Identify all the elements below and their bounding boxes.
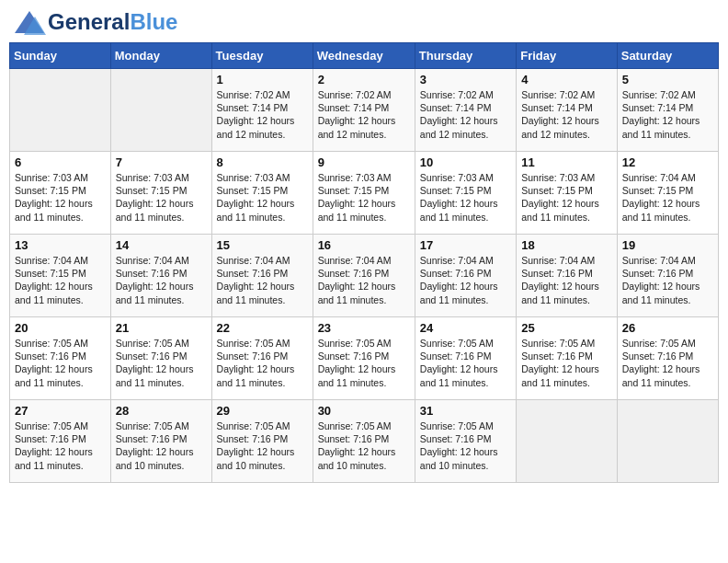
day-number: 22 xyxy=(217,321,308,335)
page-header: GeneralBlue xyxy=(9,9,719,35)
calendar-cell: 4Sunrise: 7:02 AM Sunset: 7:14 PM Daylig… xyxy=(517,69,618,152)
calendar-week-4: 20Sunrise: 7:05 AM Sunset: 7:16 PM Dayli… xyxy=(10,317,719,400)
day-number: 15 xyxy=(217,238,308,252)
calendar-cell xyxy=(10,69,111,152)
day-number: 24 xyxy=(420,321,511,335)
calendar-cell: 15Sunrise: 7:04 AM Sunset: 7:16 PM Dayli… xyxy=(211,235,313,317)
day-info: Sunrise: 7:05 AM Sunset: 7:16 PM Dayligh… xyxy=(116,419,207,472)
calendar-cell: 11Sunrise: 7:03 AM Sunset: 7:15 PM Dayli… xyxy=(517,152,618,235)
day-info: Sunrise: 7:05 AM Sunset: 7:16 PM Dayligh… xyxy=(15,419,106,472)
calendar-cell: 14Sunrise: 7:04 AM Sunset: 7:16 PM Dayli… xyxy=(110,235,211,317)
day-number: 23 xyxy=(318,321,410,335)
day-info: Sunrise: 7:04 AM Sunset: 7:15 PM Dayligh… xyxy=(15,254,106,306)
weekday-header-thursday: Thursday xyxy=(415,43,516,69)
day-info: Sunrise: 7:05 AM Sunset: 7:16 PM Dayligh… xyxy=(318,337,410,389)
logo: GeneralBlue xyxy=(13,9,177,35)
day-info: Sunrise: 7:03 AM Sunset: 7:15 PM Dayligh… xyxy=(521,171,612,224)
calendar-cell: 16Sunrise: 7:04 AM Sunset: 7:16 PM Dayli… xyxy=(313,235,415,317)
day-number: 31 xyxy=(420,404,511,418)
calendar-cell xyxy=(517,400,618,483)
calendar-cell: 31Sunrise: 7:05 AM Sunset: 7:16 PM Dayli… xyxy=(415,400,516,483)
calendar-cell: 2Sunrise: 7:02 AM Sunset: 7:14 PM Daylig… xyxy=(313,69,415,152)
day-number: 16 xyxy=(318,238,410,252)
day-number: 1 xyxy=(217,73,308,86)
day-info: Sunrise: 7:03 AM Sunset: 7:15 PM Dayligh… xyxy=(15,171,106,224)
day-number: 29 xyxy=(217,404,308,418)
calendar-week-3: 13Sunrise: 7:04 AM Sunset: 7:15 PM Dayli… xyxy=(10,235,719,317)
day-number: 18 xyxy=(521,238,612,252)
day-info: Sunrise: 7:05 AM Sunset: 7:16 PM Dayligh… xyxy=(318,419,410,472)
logo-text: GeneralBlue xyxy=(48,9,177,35)
calendar-cell xyxy=(110,69,211,152)
calendar-cell: 8Sunrise: 7:03 AM Sunset: 7:15 PM Daylig… xyxy=(211,152,313,235)
day-info: Sunrise: 7:04 AM Sunset: 7:16 PM Dayligh… xyxy=(116,254,207,306)
calendar-cell: 10Sunrise: 7:03 AM Sunset: 7:15 PM Dayli… xyxy=(415,152,516,235)
calendar-cell: 12Sunrise: 7:04 AM Sunset: 7:15 PM Dayli… xyxy=(617,152,718,235)
day-info: Sunrise: 7:04 AM Sunset: 7:15 PM Dayligh… xyxy=(622,171,713,224)
day-number: 8 xyxy=(217,155,308,169)
day-info: Sunrise: 7:04 AM Sunset: 7:16 PM Dayligh… xyxy=(622,254,713,306)
day-info: Sunrise: 7:03 AM Sunset: 7:15 PM Dayligh… xyxy=(318,171,410,224)
calendar-cell: 27Sunrise: 7:05 AM Sunset: 7:16 PM Dayli… xyxy=(10,400,111,483)
calendar-cell: 19Sunrise: 7:04 AM Sunset: 7:16 PM Dayli… xyxy=(617,235,718,317)
calendar-cell xyxy=(617,400,718,483)
calendar-cell: 21Sunrise: 7:05 AM Sunset: 7:16 PM Dayli… xyxy=(110,317,211,400)
weekday-header-wednesday: Wednesday xyxy=(313,43,415,69)
day-number: 5 xyxy=(622,73,713,86)
calendar-week-2: 6Sunrise: 7:03 AM Sunset: 7:15 PM Daylig… xyxy=(10,152,719,235)
day-number: 11 xyxy=(521,155,612,169)
calendar-cell: 20Sunrise: 7:05 AM Sunset: 7:16 PM Dayli… xyxy=(10,317,111,400)
logo-icon xyxy=(13,9,46,35)
day-number: 6 xyxy=(15,155,106,169)
calendar-cell: 24Sunrise: 7:05 AM Sunset: 7:16 PM Dayli… xyxy=(415,317,516,400)
day-number: 19 xyxy=(622,238,713,252)
day-info: Sunrise: 7:05 AM Sunset: 7:16 PM Dayligh… xyxy=(420,337,511,389)
day-info: Sunrise: 7:05 AM Sunset: 7:16 PM Dayligh… xyxy=(15,337,106,389)
calendar-week-5: 27Sunrise: 7:05 AM Sunset: 7:16 PM Dayli… xyxy=(10,400,719,483)
day-number: 14 xyxy=(116,238,207,252)
day-info: Sunrise: 7:03 AM Sunset: 7:15 PM Dayligh… xyxy=(116,171,207,224)
day-number: 12 xyxy=(622,155,713,169)
calendar-cell: 18Sunrise: 7:04 AM Sunset: 7:16 PM Dayli… xyxy=(517,235,618,317)
day-number: 26 xyxy=(622,321,713,335)
day-number: 2 xyxy=(318,73,410,86)
day-info: Sunrise: 7:04 AM Sunset: 7:16 PM Dayligh… xyxy=(521,254,612,306)
day-info: Sunrise: 7:02 AM Sunset: 7:14 PM Dayligh… xyxy=(521,88,612,141)
weekday-header-tuesday: Tuesday xyxy=(211,43,313,69)
day-info: Sunrise: 7:05 AM Sunset: 7:16 PM Dayligh… xyxy=(521,337,612,389)
day-number: 17 xyxy=(420,238,511,252)
calendar-cell: 6Sunrise: 7:03 AM Sunset: 7:15 PM Daylig… xyxy=(10,152,111,235)
day-number: 13 xyxy=(15,238,106,252)
weekday-header-sunday: Sunday xyxy=(10,43,111,69)
day-number: 3 xyxy=(420,73,511,86)
calendar-cell: 25Sunrise: 7:05 AM Sunset: 7:16 PM Dayli… xyxy=(517,317,618,400)
calendar-cell: 1Sunrise: 7:02 AM Sunset: 7:14 PM Daylig… xyxy=(211,69,313,152)
day-info: Sunrise: 7:05 AM Sunset: 7:16 PM Dayligh… xyxy=(622,337,713,389)
day-info: Sunrise: 7:05 AM Sunset: 7:16 PM Dayligh… xyxy=(217,337,308,389)
day-info: Sunrise: 7:05 AM Sunset: 7:16 PM Dayligh… xyxy=(116,337,207,389)
calendar-cell: 9Sunrise: 7:03 AM Sunset: 7:15 PM Daylig… xyxy=(313,152,415,235)
day-info: Sunrise: 7:05 AM Sunset: 7:16 PM Dayligh… xyxy=(217,419,308,472)
day-number: 7 xyxy=(116,155,207,169)
day-info: Sunrise: 7:02 AM Sunset: 7:14 PM Dayligh… xyxy=(622,88,713,141)
day-info: Sunrise: 7:04 AM Sunset: 7:16 PM Dayligh… xyxy=(420,254,511,306)
day-info: Sunrise: 7:02 AM Sunset: 7:14 PM Dayligh… xyxy=(217,88,308,141)
calendar-cell: 13Sunrise: 7:04 AM Sunset: 7:15 PM Dayli… xyxy=(10,235,111,317)
day-info: Sunrise: 7:02 AM Sunset: 7:14 PM Dayligh… xyxy=(318,88,410,141)
calendar-table: SundayMondayTuesdayWednesdayThursdayFrid… xyxy=(9,42,719,483)
day-number: 25 xyxy=(521,321,612,335)
calendar-cell: 22Sunrise: 7:05 AM Sunset: 7:16 PM Dayli… xyxy=(211,317,313,400)
day-info: Sunrise: 7:04 AM Sunset: 7:16 PM Dayligh… xyxy=(217,254,308,306)
weekday-header-monday: Monday xyxy=(110,43,211,69)
day-info: Sunrise: 7:04 AM Sunset: 7:16 PM Dayligh… xyxy=(318,254,410,306)
day-info: Sunrise: 7:05 AM Sunset: 7:16 PM Dayligh… xyxy=(420,419,511,472)
day-info: Sunrise: 7:03 AM Sunset: 7:15 PM Dayligh… xyxy=(420,171,511,224)
day-number: 30 xyxy=(318,404,410,418)
calendar-cell: 7Sunrise: 7:03 AM Sunset: 7:15 PM Daylig… xyxy=(110,152,211,235)
day-number: 9 xyxy=(318,155,410,169)
calendar-cell: 29Sunrise: 7:05 AM Sunset: 7:16 PM Dayli… xyxy=(211,400,313,483)
day-number: 20 xyxy=(15,321,106,335)
calendar-header-row: SundayMondayTuesdayWednesdayThursdayFrid… xyxy=(10,43,719,69)
calendar-cell: 17Sunrise: 7:04 AM Sunset: 7:16 PM Dayli… xyxy=(415,235,516,317)
calendar-cell: 3Sunrise: 7:02 AM Sunset: 7:14 PM Daylig… xyxy=(415,69,516,152)
